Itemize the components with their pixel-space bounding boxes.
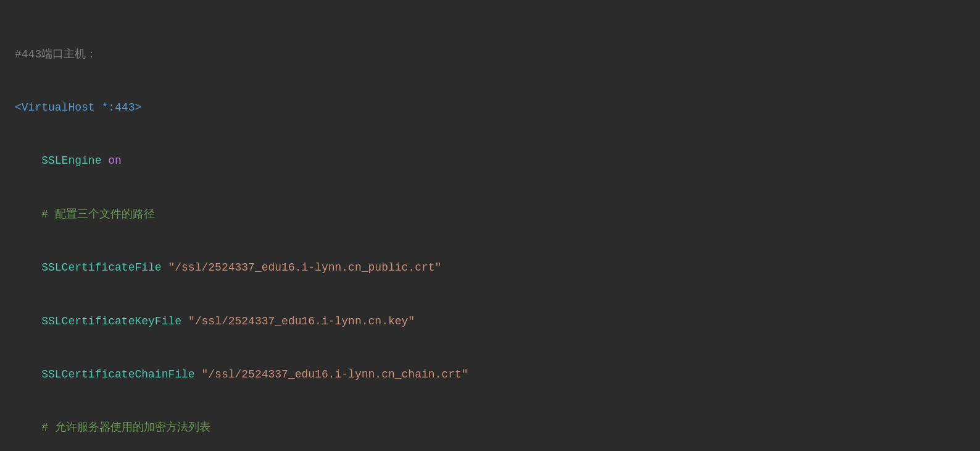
code-line: <VirtualHost *:443> <box>15 99 965 117</box>
code-editor: #443端口主机： <VirtualHost *:443> SSLEngine … <box>15 10 965 451</box>
code-line: SSLCertificateChainFile "/ssl/2524337_ed… <box>15 366 965 384</box>
code-line: # 允许服务器使用的加密方法列表 <box>15 419 965 437</box>
code-line: # 配置三个文件的路径 <box>15 206 965 224</box>
code-line: SSLCertificateFile "/ssl/2524337_edu16.i… <box>15 259 965 277</box>
code-line: #443端口主机： <box>15 46 965 64</box>
code-line: SSLEngine on <box>15 152 965 170</box>
code-line: SSLCertificateKeyFile "/ssl/2524337_edu1… <box>15 313 965 331</box>
